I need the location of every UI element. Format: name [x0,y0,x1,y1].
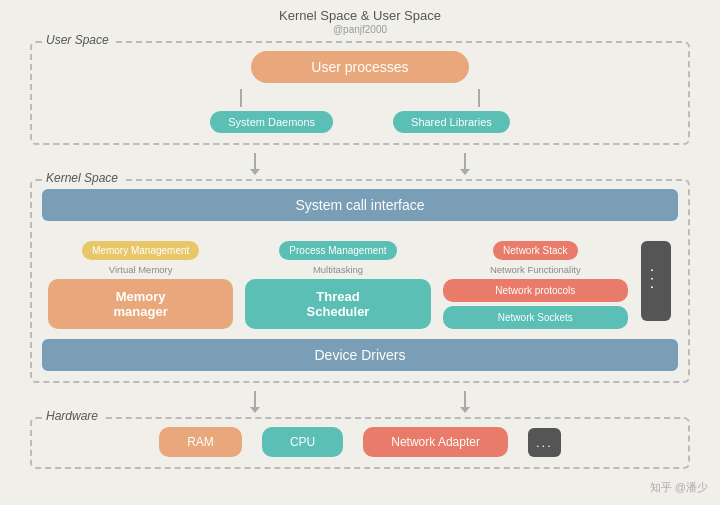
arrow-hw-right [464,391,466,409]
connector-daemon [240,89,242,107]
process-management-tag: Process Management [279,241,396,260]
dots-text: ... [647,268,665,293]
virtual-memory-label: Virtual Memory [109,264,173,275]
network-stack-tag: Network Stack [493,241,577,260]
network-protocols-block: Network protocols [443,279,628,302]
syscall-interface: System call interface [42,189,678,221]
user-processes-box: User processes [251,51,468,83]
arrow-left [254,153,256,171]
hw-dots-box: ... [528,428,561,457]
ram-box: RAM [159,427,242,457]
page-title: Kernel Space & User Space [279,8,441,23]
page-wrapper: Kernel Space & User Space @panjf2000 Use… [0,0,720,505]
thread-scheduler-block: Thread Scheduler [245,279,430,329]
user-sub-row: System Daemons Shared Libraries [210,111,510,133]
user-space-content: User processes System Daemons Shared Lib… [42,51,678,133]
dots-col: ... [634,241,678,321]
kernel-space-content: System call interface Memory Management … [42,189,678,371]
shared-libraries-box: Shared Libraries [393,111,510,133]
process-col: Process Management Multitasking Thread S… [239,241,436,329]
watermark: 知乎 @潘少 [650,480,708,495]
arrow-right [464,153,466,171]
hardware-label: Hardware [42,409,102,423]
system-daemons-box: System Daemons [210,111,333,133]
user-space-section: User Space User processes System Daemons… [30,41,690,145]
hardware-row: RAM CPU Network Adapter ... [42,427,678,457]
multitasking-label: Multitasking [313,264,363,275]
diagram-area: User Space User processes System Daemons… [30,41,690,469]
kernel-space-label: Kernel Space [42,171,122,185]
cpu-box: CPU [262,427,343,457]
page-subtitle: @panjf2000 [333,24,387,35]
connector-user-kernel [30,153,690,171]
connector-kernel-hw [30,391,690,409]
network-functionality-label: Network Functionality [490,264,581,275]
device-drivers-box: Device Drivers [42,339,678,371]
memory-col: Memory Management Virtual Memory Memory … [42,241,239,329]
connector-lib [478,89,480,107]
hardware-content: RAM CPU Network Adapter ... [42,427,678,457]
dots-box: ... [641,241,671,321]
hardware-section: Hardware RAM CPU Network Adapter ... [30,417,690,469]
network-sockets-block: Network Sockets [443,306,628,329]
kernel-space-section: Kernel Space System call interface Memor… [30,179,690,383]
network-col: Network Stack Network Functionality Netw… [437,241,634,329]
memory-management-tag: Memory Management [82,241,199,260]
memory-manager-block: Memory manager [48,279,233,329]
network-adapter-box: Network Adapter [363,427,508,457]
user-space-label: User Space [42,33,113,47]
kernel-cols: Memory Management Virtual Memory Memory … [42,241,678,329]
arrow-hw-left [254,391,256,409]
